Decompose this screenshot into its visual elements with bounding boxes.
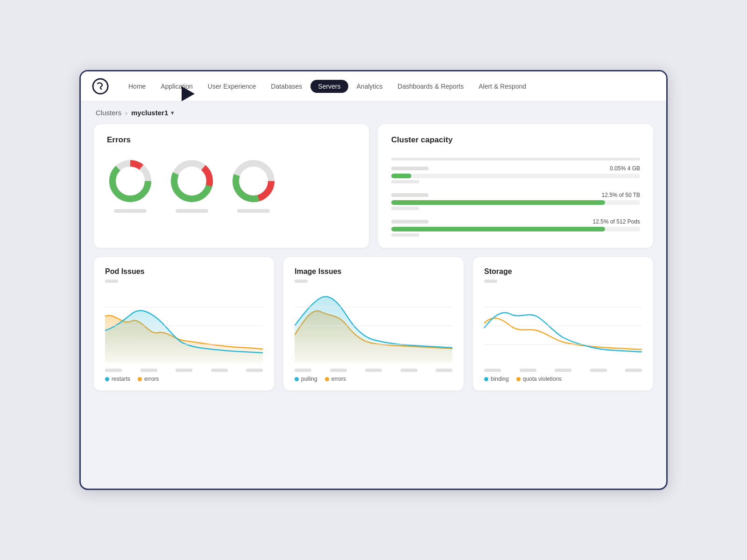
pulling-label: pulling bbox=[301, 376, 317, 382]
breadcrumb: Clusters › mycluster1 ▾ bbox=[81, 101, 666, 124]
pod-issues-chart bbox=[105, 288, 263, 363]
svg-point-9 bbox=[179, 168, 205, 194]
pod-issues-y-labels bbox=[105, 280, 263, 283]
restarts-dot bbox=[105, 377, 109, 381]
breadcrumb-dropdown-icon[interactable]: ▾ bbox=[171, 110, 174, 116]
pod-issues-x-labels bbox=[105, 369, 263, 372]
cap-row-1: 0.05% 4 GB bbox=[391, 158, 640, 183]
app-logo bbox=[92, 78, 109, 95]
storage-card: Storage bbox=[473, 257, 653, 391]
storage-legend-binding: binding bbox=[484, 376, 509, 382]
nav-item-application[interactable]: Application bbox=[154, 79, 199, 94]
image-legend-errors: errors bbox=[325, 376, 346, 382]
image-issues-title: Image Issues bbox=[295, 267, 452, 276]
app-frame: Home Application User Experience Databas… bbox=[79, 70, 668, 490]
nav-items: Home Application User Experience Databas… bbox=[122, 79, 533, 94]
pod-legend-errors: errors bbox=[138, 376, 159, 382]
cap-label-2 bbox=[391, 193, 429, 197]
errors-card: Errors bbox=[94, 124, 369, 248]
quota-label: quota violetions bbox=[523, 376, 562, 382]
storage-x-labels bbox=[484, 369, 642, 372]
nav-item-databases[interactable]: Databases bbox=[264, 79, 309, 94]
cap-row-2: 12.5% of 50 TB bbox=[391, 192, 640, 210]
nav-item-user-experience[interactable]: User Experience bbox=[201, 79, 263, 94]
binding-label: binding bbox=[491, 376, 509, 382]
nav-item-alert[interactable]: Alert & Respond bbox=[472, 79, 533, 94]
image-issues-y-labels bbox=[295, 280, 452, 283]
pod-issues-legend: restarts errors bbox=[105, 376, 263, 382]
cap-value-3: 12.5% of 512 Pods bbox=[432, 218, 640, 225]
restarts-label: restarts bbox=[112, 376, 130, 382]
cap-bar-fill-2 bbox=[391, 200, 605, 205]
storage-chart bbox=[484, 288, 642, 363]
donut-1 bbox=[107, 158, 154, 213]
capacity-rows: 0.05% 4 GB 12.5% of 50 TB bbox=[391, 154, 640, 237]
donut-3-label bbox=[237, 209, 270, 213]
cap-sub-label-1 bbox=[391, 180, 419, 183]
top-row: Errors bbox=[94, 124, 653, 248]
bottom-row: Pod Issues bbox=[94, 257, 653, 391]
pulling-dot bbox=[295, 377, 299, 381]
binding-dot bbox=[484, 377, 488, 381]
nav-item-servers[interactable]: Servers bbox=[310, 80, 348, 93]
nav-item-dashboards[interactable]: Dashboards & Reports bbox=[391, 79, 471, 94]
storage-legend: binding quota violetions bbox=[484, 376, 642, 382]
storage-title: Storage bbox=[484, 267, 642, 276]
quota-dot bbox=[516, 377, 521, 381]
cap-bar-fill-3 bbox=[391, 227, 605, 231]
cap-value-1: 0.05% 4 GB bbox=[432, 165, 640, 172]
donut-3 bbox=[230, 158, 277, 213]
main-content: Errors bbox=[81, 124, 666, 404]
nav-bar: Home Application User Experience Databas… bbox=[81, 71, 666, 101]
cap-value-2: 12.5% of 50 TB bbox=[432, 192, 640, 198]
image-issues-card: Image Issues bbox=[283, 257, 464, 391]
breadcrumb-parent[interactable]: Clusters bbox=[96, 109, 121, 117]
pod-legend-restarts: restarts bbox=[105, 376, 130, 382]
nav-item-home[interactable]: Home bbox=[122, 79, 152, 94]
breadcrumb-current[interactable]: mycluster1 ▾ bbox=[131, 109, 174, 117]
storage-y-labels bbox=[484, 280, 642, 283]
cap-bar-track-3 bbox=[391, 227, 640, 231]
capacity-card-title: Cluster capacity bbox=[391, 135, 640, 145]
errors-label-image: errors bbox=[331, 376, 346, 382]
cap-bar-track-2 bbox=[391, 200, 640, 205]
cap-sub-label-2 bbox=[391, 207, 419, 210]
errors-dot-pod bbox=[138, 377, 142, 381]
donut-1-label bbox=[114, 209, 147, 213]
breadcrumb-arrow: › bbox=[125, 109, 127, 117]
cap-label-3 bbox=[391, 220, 429, 224]
errors-dot-image bbox=[325, 377, 329, 381]
cap-bar-track-1 bbox=[391, 174, 640, 178]
image-issues-chart bbox=[295, 288, 452, 363]
svg-point-0 bbox=[93, 79, 108, 94]
image-issues-x-labels bbox=[295, 369, 452, 372]
donut-2 bbox=[169, 158, 215, 213]
errors-label-pod: errors bbox=[144, 376, 159, 382]
donuts-row bbox=[107, 154, 356, 217]
storage-legend-quota: quota violetions bbox=[516, 376, 562, 382]
cap-row-3: 12.5% of 512 Pods bbox=[391, 218, 640, 237]
capacity-card: Cluster capacity 0.05% 4 GB bbox=[378, 124, 653, 248]
pod-issues-card: Pod Issues bbox=[94, 257, 274, 391]
cap-label-1 bbox=[391, 167, 429, 170]
donut-2-label bbox=[176, 209, 208, 213]
svg-point-5 bbox=[117, 168, 143, 194]
image-issues-legend: pulling errors bbox=[295, 376, 452, 382]
pod-issues-title: Pod Issues bbox=[105, 267, 263, 276]
svg-point-13 bbox=[240, 168, 267, 194]
cap-sub-label-3 bbox=[391, 233, 419, 237]
image-legend-pulling: pulling bbox=[295, 376, 317, 382]
nav-item-analytics[interactable]: Analytics bbox=[350, 79, 389, 94]
cap-bar-fill-1 bbox=[391, 174, 411, 178]
errors-card-title: Errors bbox=[107, 135, 356, 145]
